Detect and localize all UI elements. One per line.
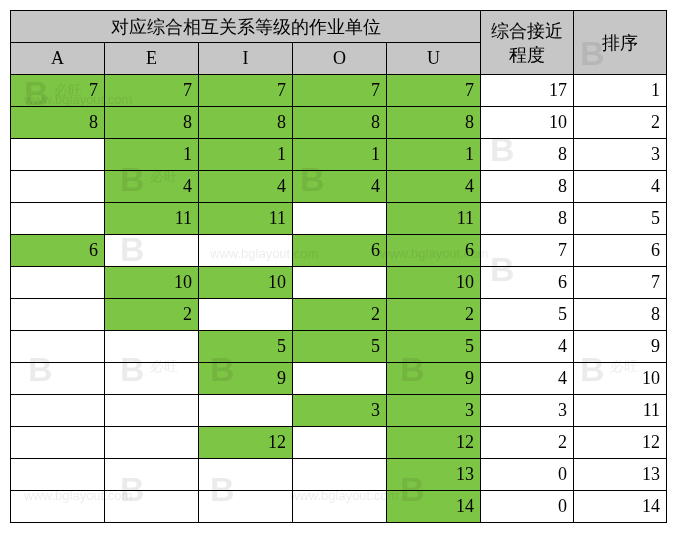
- cell-E: [105, 459, 199, 491]
- table-row: 33311: [11, 395, 667, 427]
- cell-rank: 12: [574, 427, 667, 459]
- cell-rank: 6: [574, 235, 667, 267]
- cell-E: 7: [105, 75, 199, 107]
- cell-I: [199, 235, 293, 267]
- cell-O: 4: [293, 171, 387, 203]
- cell-rank: 3: [574, 139, 667, 171]
- cell-E: 11: [105, 203, 199, 235]
- cell-A: 8: [11, 107, 105, 139]
- cell-U: 4: [387, 171, 481, 203]
- col-E: E: [105, 43, 199, 75]
- cell-rank: 11: [574, 395, 667, 427]
- cell-U: 6: [387, 235, 481, 267]
- cell-rank: 5: [574, 203, 667, 235]
- cell-proximity: 8: [481, 203, 574, 235]
- col-U: U: [387, 43, 481, 75]
- cell-O: 7: [293, 75, 387, 107]
- rank-header: 排序: [574, 11, 667, 75]
- table-row: 88888102: [11, 107, 667, 139]
- cell-A: [11, 491, 105, 523]
- cell-A: [11, 139, 105, 171]
- cell-rank: 8: [574, 299, 667, 331]
- cell-E: [105, 363, 199, 395]
- cell-A: [11, 171, 105, 203]
- cell-A: 6: [11, 235, 105, 267]
- cell-proximity: 6: [481, 267, 574, 299]
- cell-O: 3: [293, 395, 387, 427]
- cell-I: 11: [199, 203, 293, 235]
- table-row: 66676: [11, 235, 667, 267]
- cell-rank: 2: [574, 107, 667, 139]
- cell-O: 6: [293, 235, 387, 267]
- cell-U: 8: [387, 107, 481, 139]
- cell-proximity: 4: [481, 363, 574, 395]
- cell-O: 1: [293, 139, 387, 171]
- cell-I: 1: [199, 139, 293, 171]
- table-row: 77777171: [11, 75, 667, 107]
- cell-U: 7: [387, 75, 481, 107]
- cell-O: [293, 267, 387, 299]
- proximity-header: 综合接近 程度: [481, 11, 574, 75]
- cell-proximity: 5: [481, 299, 574, 331]
- cell-U: 11: [387, 203, 481, 235]
- cell-A: [11, 299, 105, 331]
- cell-O: 5: [293, 331, 387, 363]
- cell-A: [11, 427, 105, 459]
- cell-I: [199, 459, 293, 491]
- cell-U: 5: [387, 331, 481, 363]
- cell-rank: 1: [574, 75, 667, 107]
- cell-E: 8: [105, 107, 199, 139]
- table-row: 10101067: [11, 267, 667, 299]
- cell-U: 13: [387, 459, 481, 491]
- cell-E: [105, 331, 199, 363]
- cell-I: 9: [199, 363, 293, 395]
- cell-I: 7: [199, 75, 293, 107]
- cell-rank: 7: [574, 267, 667, 299]
- col-I: I: [199, 43, 293, 75]
- cell-I: 12: [199, 427, 293, 459]
- table-row: 11111185: [11, 203, 667, 235]
- cell-A: 7: [11, 75, 105, 107]
- cell-U: 12: [387, 427, 481, 459]
- cell-I: 4: [199, 171, 293, 203]
- table-row: 444484: [11, 171, 667, 203]
- cell-A: [11, 203, 105, 235]
- cell-A: [11, 267, 105, 299]
- cell-proximity: 8: [481, 171, 574, 203]
- cell-proximity: 17: [481, 75, 574, 107]
- cell-O: 2: [293, 299, 387, 331]
- cell-proximity: 4: [481, 331, 574, 363]
- table-row: 111183: [11, 139, 667, 171]
- cell-U: 2: [387, 299, 481, 331]
- cell-O: [293, 459, 387, 491]
- cell-U: 1: [387, 139, 481, 171]
- cell-rank: 14: [574, 491, 667, 523]
- table-row: 22258: [11, 299, 667, 331]
- cell-proximity: 10: [481, 107, 574, 139]
- cell-rank: 13: [574, 459, 667, 491]
- cell-O: 8: [293, 107, 387, 139]
- cell-proximity: 3: [481, 395, 574, 427]
- cell-proximity: 0: [481, 491, 574, 523]
- cell-I: [199, 299, 293, 331]
- table-row: 14014: [11, 491, 667, 523]
- cell-I: [199, 491, 293, 523]
- table-row: 13013: [11, 459, 667, 491]
- cell-I: [199, 395, 293, 427]
- cell-proximity: 8: [481, 139, 574, 171]
- cell-E: 10: [105, 267, 199, 299]
- ranking-table: 对应综合相互关系等级的作业单位 综合接近 程度 排序 A E I O U 777…: [10, 10, 667, 523]
- cell-rank: 4: [574, 171, 667, 203]
- cell-E: [105, 427, 199, 459]
- cell-E: 4: [105, 171, 199, 203]
- cell-I: 8: [199, 107, 293, 139]
- table-row: 99410: [11, 363, 667, 395]
- table-body: 7777717188888102111183444484111111856667…: [11, 75, 667, 523]
- cell-E: 1: [105, 139, 199, 171]
- cell-E: [105, 235, 199, 267]
- cell-O: [293, 427, 387, 459]
- cell-proximity: 0: [481, 459, 574, 491]
- col-O: O: [293, 43, 387, 75]
- cell-E: [105, 395, 199, 427]
- cell-A: [11, 331, 105, 363]
